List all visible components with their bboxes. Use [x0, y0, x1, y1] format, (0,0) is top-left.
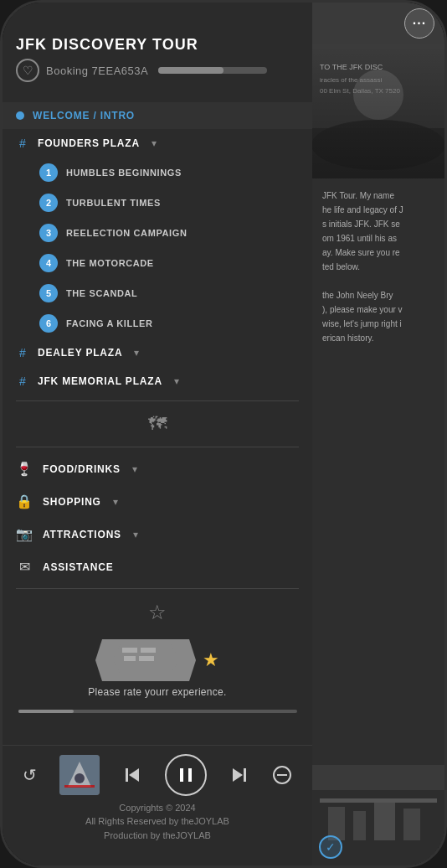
panel-body-text: JFK Tour. My name he life and legacy of … — [322, 189, 434, 345]
sidebar: JFK DISCOVERY TOUR ♡ Booking 7EEA653A WE… — [3, 3, 312, 865]
rating-stars-row: ★ — [95, 639, 219, 681]
category-food-drinks[interactable]: 🍷 FOOD/DRINKS ▾ — [3, 452, 312, 485]
favorite-star-icon[interactable]: ☆ — [148, 601, 167, 624]
founders-plaza-label: FOUNDERS PLAZA — [38, 137, 140, 149]
attractions-chevron: ▾ — [133, 529, 138, 540]
sub-item-2[interactable]: 2 TURBULENT TIMES — [3, 188, 312, 218]
bottom-controls: ↺ — [3, 745, 312, 866]
sub-label-4: THE MOTORCADE — [66, 258, 154, 268]
favorite-star-row: ☆ — [3, 594, 312, 631]
food-drinks-icon: 🍷 — [16, 461, 33, 477]
welcome-label: WELCOME / INTRO — [33, 110, 135, 121]
sub-number-1: 1 — [39, 163, 58, 182]
minus-button[interactable] — [272, 765, 292, 785]
nav-item-dealey-plaza[interactable]: # DEALEY PLAZA ▾ — [3, 338, 312, 367]
rating-ribbon — [95, 639, 196, 681]
jfk-memorial-label: JFK MEMORIAL PLAZA — [38, 375, 162, 387]
active-dot — [16, 111, 24, 120]
attractions-icon: 📷 — [16, 526, 33, 542]
sub-number-3: 3 — [39, 224, 58, 242]
svg-rect-12 — [188, 768, 192, 782]
svg-point-19 — [353, 70, 403, 120]
chevron-down-icon-3: ▾ — [174, 375, 179, 387]
booking-id: Booking 7EEA653A — [46, 65, 148, 77]
svg-rect-30 — [403, 809, 420, 840]
map-icon: 🗺 — [148, 413, 167, 435]
hero-image: TO THE JFK DISC iracles of the assassi 0… — [312, 44, 444, 178]
hash-icon: # — [16, 137, 29, 150]
right-panel: ··· TO THE JFK DISC iracles of the assas… — [312, 3, 444, 865]
prev-button[interactable] — [122, 765, 142, 785]
sub-item-4[interactable]: 4 THE MOTORCADE — [3, 248, 312, 278]
sub-item-6[interactable]: 6 FACING A KILLER — [3, 308, 312, 338]
svg-marker-1 — [122, 648, 137, 653]
sub-item-3[interactable]: 3 REELECTION CAMPAIGN — [3, 218, 312, 248]
svg-rect-17 — [312, 44, 444, 178]
play-pause-button[interactable] — [165, 754, 207, 796]
sub-item-5[interactable]: 5 THE SCANDAL — [3, 278, 312, 308]
svg-rect-28 — [353, 811, 366, 840]
progress-bar-fill — [158, 67, 224, 74]
svg-rect-26 — [320, 798, 437, 803]
svg-rect-20 — [312, 128, 444, 178]
shopping-chevron: ▾ — [113, 496, 118, 508]
sub-number-6: 6 — [39, 314, 58, 333]
category-assistance[interactable]: ✉ ASSISTANCE — [3, 550, 312, 583]
sidebar-header: JFK DISCOVERY TOUR ♡ Booking 7EEA653A — [3, 3, 312, 99]
next-button[interactable] — [229, 765, 249, 785]
rating-star-icon[interactable]: ★ — [203, 649, 219, 671]
dealey-plaza-label: DEALEY PLAZA — [38, 347, 122, 359]
food-drinks-chevron: ▾ — [132, 463, 137, 475]
more-options-button[interactable]: ··· — [404, 8, 434, 39]
audio-progress-fill — [18, 710, 74, 713]
svg-rect-8 — [64, 785, 95, 788]
nav-item-jfk-memorial[interactable]: # JFK MEMORIAL PLAZA ▾ — [3, 367, 312, 395]
secondary-image: ✓ — [312, 765, 444, 865]
hash-icon-3: # — [16, 375, 29, 388]
svg-marker-4 — [139, 656, 154, 661]
repeat-button[interactable]: ↺ — [23, 765, 37, 785]
chevron-down-icon-2: ▾ — [134, 347, 139, 359]
svg-marker-2 — [141, 648, 156, 653]
phone-frame: JFK DISCOVERY TOUR ♡ Booking 7EEA653A WE… — [0, 0, 447, 868]
copyright-text: Copyrights © 2024 All Rights Reserved by… — [85, 801, 229, 843]
svg-rect-16 — [277, 774, 287, 776]
album-thumbnail — [59, 755, 100, 795]
nav-item-welcome[interactable]: WELCOME / INTRO — [3, 102, 312, 129]
check-icon: ✓ — [319, 835, 342, 859]
sub-item-1[interactable]: 1 HUMBLES BEGINNINGS — [3, 158, 312, 188]
divider-1 — [16, 400, 299, 401]
progress-bar — [158, 67, 267, 74]
hash-icon-2: # — [16, 346, 29, 359]
sub-number-5: 5 — [39, 284, 58, 302]
rating-text: Please rate yourr experience. — [88, 686, 226, 698]
sub-number-2: 2 — [39, 194, 58, 212]
audio-progress-slider[interactable] — [18, 710, 297, 713]
svg-rect-13 — [244, 768, 246, 782]
assistance-icon: ✉ — [16, 559, 33, 575]
svg-marker-14 — [233, 768, 243, 782]
svg-marker-10 — [129, 768, 139, 782]
attractions-label: ATTRACTIONS — [43, 529, 121, 540]
food-drinks-label: FOOD/DRINKS — [43, 463, 121, 475]
category-shopping[interactable]: 🔒 SHOPPING ▾ — [3, 485, 312, 518]
chevron-down-icon: ▾ — [152, 137, 157, 149]
svg-rect-29 — [374, 803, 395, 840]
controls-row: ↺ — [16, 754, 299, 796]
rating-section: ★ Please rate yourr experience. — [3, 631, 312, 706]
right-top-bar: ··· — [312, 3, 444, 44]
svg-text:TO THE JFK DISC: TO THE JFK DISC — [320, 63, 383, 71]
svg-point-7 — [74, 773, 85, 783]
svg-text:iracles of the assassi: iracles of the assassi — [320, 76, 382, 84]
map-icon-row: 🗺 — [3, 406, 312, 442]
sub-number-4: 4 — [39, 254, 58, 272]
shopping-icon: 🔒 — [16, 493, 33, 509]
category-attractions[interactable]: 📷 ATTRACTIONS ▾ — [3, 518, 312, 550]
svg-text:00 Elm St, Dallas, TX 7520: 00 Elm St, Dallas, TX 7520 — [320, 87, 400, 95]
right-text-panel: JFK Tour. My name he life and legacy of … — [312, 178, 444, 765]
assistance-label: ASSISTANCE — [43, 561, 113, 573]
screen: JFK DISCOVERY TOUR ♡ Booking 7EEA653A WE… — [3, 3, 444, 865]
nav-item-founders-plaza[interactable]: # FOUNDERS PLAZA ▾ — [3, 129, 312, 158]
sub-label-2: TURBULENT TIMES — [66, 198, 161, 208]
sub-label-5: THE SCANDAL — [66, 288, 137, 298]
